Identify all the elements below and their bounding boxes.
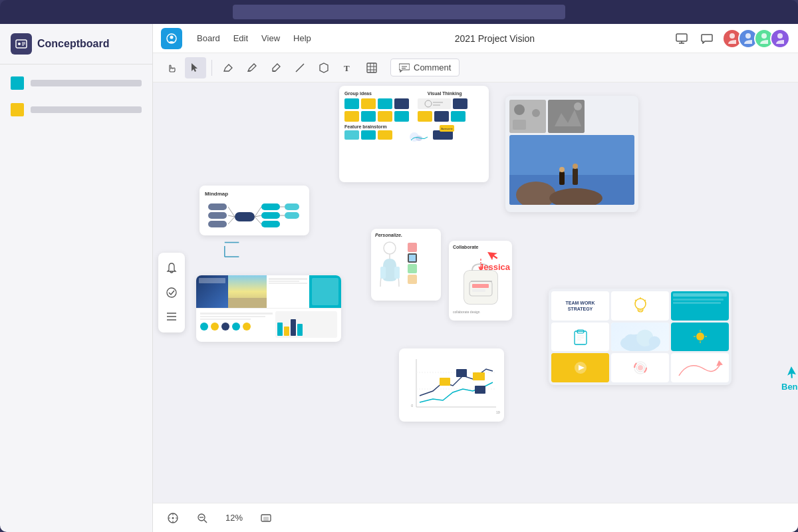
text-tool-btn[interactable]: T [337, 57, 358, 78]
svg-rect-58 [513, 120, 526, 130]
app-logo: Conceptboard [0, 24, 152, 65]
mindmap-svg [205, 200, 301, 233]
svg-rect-86 [456, 369, 467, 377]
comment-label: Comment [414, 63, 451, 72]
title-bar [0, 0, 798, 24]
svg-rect-19 [367, 63, 376, 72]
svg-line-44 [228, 217, 235, 224]
photo-collage-card[interactable] [505, 96, 638, 212]
compass-btn[interactable] [164, 509, 182, 527]
toolbar: T [153, 53, 798, 82]
menu-item-edit[interactable]: Edit [227, 31, 255, 46]
zoom-out-btn[interactable] [193, 509, 211, 527]
svg-rect-33 [235, 212, 255, 221]
app-wrapper: Conceptboard [0, 0, 798, 532]
svg-rect-87 [473, 372, 485, 380]
svg-point-104 [649, 336, 660, 347]
chart-card[interactable]: 0 100 [399, 348, 504, 422]
color-swatch-2 [11, 103, 24, 116]
svg-rect-79 [472, 284, 489, 288]
svg-text:100: 100 [496, 410, 500, 414]
svg-point-56 [514, 104, 525, 115]
svg-point-67 [559, 167, 565, 172]
svg-point-12 [761, 33, 767, 39]
collaborate-card[interactable]: Collaborate [449, 241, 512, 321]
chat-icon[interactable] [697, 29, 717, 49]
svg-line-45 [255, 207, 261, 217]
highlighter-tool-btn[interactable] [265, 57, 287, 78]
menu-bar: Board Edit View Help 2021 Project Vision [153, 24, 798, 53]
fit-screen-btn[interactable] [257, 509, 275, 527]
svg-point-1 [18, 43, 21, 45]
ideas-title: Group ideas [344, 91, 372, 96]
svg-rect-88 [475, 386, 485, 394]
comment-button[interactable]: Comment [390, 59, 460, 76]
teamwork-card[interactable]: TEAM WORKSTRATEGY [549, 289, 732, 385]
personalize-card[interactable]: Personalize. [371, 229, 441, 301]
app-panel: Conceptboard [0, 24, 153, 532]
svg-rect-38 [285, 212, 299, 219]
canvas-left-toolbar [158, 253, 185, 332]
canvas[interactable]: Mindmap [153, 82, 798, 503]
personalize-title: Personalize. [375, 233, 437, 237]
ideas-card[interactable]: Group ideas Visual Thinking [339, 86, 489, 182]
svg-rect-85 [440, 378, 450, 386]
bottom-bar: 12% [153, 503, 798, 532]
svg-marker-74 [478, 267, 483, 271]
ben-name: Ben [781, 382, 798, 392]
svg-point-115 [638, 365, 643, 370]
tool-separator-1 [211, 60, 212, 76]
title-bar-input[interactable] [233, 5, 565, 19]
mindmap-card[interactable]: Mindmap [200, 186, 309, 235]
svg-rect-7 [676, 34, 687, 41]
presentation-card[interactable] [196, 275, 341, 342]
svg-rect-65 [559, 172, 565, 185]
svg-line-16 [296, 64, 304, 72]
shape-tool-btn[interactable] [313, 57, 334, 78]
svg-rect-66 [573, 168, 578, 185]
eraser-tool-btn[interactable] [217, 57, 239, 78]
svg-line-47 [255, 217, 261, 224]
svg-rect-71 [380, 267, 386, 279]
menu-item-view[interactable]: View [255, 31, 287, 46]
svg-rect-35 [261, 212, 280, 219]
pen-tool-btn[interactable] [241, 57, 263, 78]
svg-line-127 [204, 520, 207, 523]
svg-line-42 [228, 207, 235, 217]
svg-rect-34 [261, 203, 280, 210]
svg-rect-36 [261, 221, 280, 227]
feature-brainstorm-title: Feature brainstorm [344, 124, 483, 129]
hand-tool-btn[interactable] [161, 57, 182, 78]
notification-btn[interactable] [161, 258, 182, 279]
svg-line-94 [645, 300, 646, 301]
line-tool-btn[interactable] [289, 57, 311, 78]
svg-point-60 [574, 102, 582, 110]
menu-item-board[interactable]: Board [190, 31, 227, 46]
svg-point-13 [777, 33, 783, 39]
color-swatch-1 [11, 76, 24, 90]
panel-item-label-2 [31, 106, 142, 113]
svg-point-57 [532, 109, 540, 117]
svg-rect-72 [394, 267, 400, 279]
avatar-group [722, 29, 790, 49]
screen-share-icon[interactable] [672, 29, 692, 49]
svg-point-91 [635, 299, 646, 309]
board-title: 2021 Project Vision [318, 33, 672, 44]
avatar-4 [770, 29, 790, 49]
visual-thinking-title: Visual Thinking [428, 91, 462, 96]
svg-point-68 [573, 164, 578, 169]
checkmark-btn[interactable] [161, 282, 182, 303]
svg-point-102 [624, 334, 637, 346]
svg-marker-118 [785, 366, 797, 380]
list-btn[interactable] [161, 306, 182, 327]
select-tool-btn[interactable] [185, 57, 206, 78]
panel-item-2[interactable] [5, 99, 147, 120]
collaborate-title: Collaborate [453, 245, 508, 249]
table-tool-btn[interactable] [361, 57, 382, 78]
svg-point-11 [745, 33, 751, 39]
app-logo-icon [11, 33, 32, 55]
svg-marker-17 [320, 63, 328, 72]
menu-item-help[interactable]: Help [287, 31, 318, 46]
panel-item-1[interactable] [5, 72, 147, 94]
svg-rect-80 [472, 289, 485, 292]
